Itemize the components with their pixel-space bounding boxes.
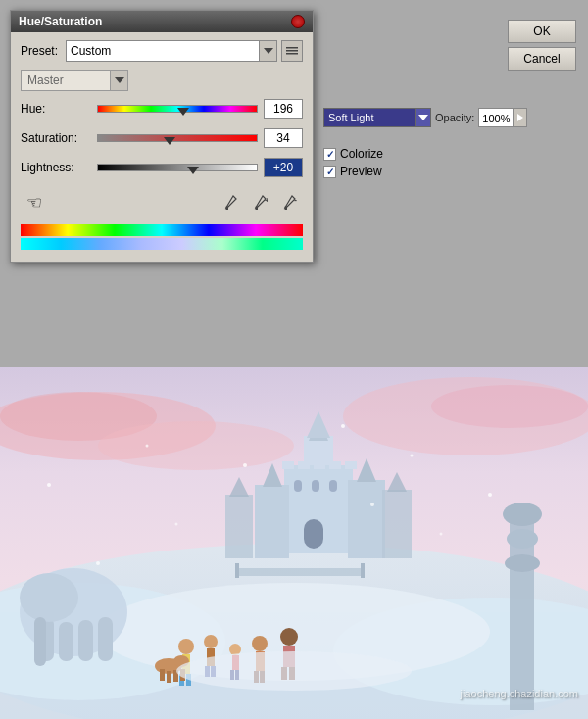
svg-point-63	[252, 636, 268, 651]
lightness-slider-container	[97, 162, 258, 173]
svg-point-77	[176, 651, 412, 691]
adjusted-color-bar	[21, 238, 303, 250]
preset-value: Custom	[67, 40, 259, 62]
svg-rect-23	[314, 461, 325, 469]
dialog-titlebar: Hue/Saturation	[11, 11, 313, 32]
svg-rect-36	[225, 495, 253, 558]
svg-point-88	[440, 533, 443, 536]
hue-track[interactable]	[97, 103, 258, 115]
cancel-button[interactable]: Cancel	[508, 47, 576, 71]
blend-mode-row: Soft Light Opacity: 100%	[323, 108, 527, 127]
action-buttons: OK Cancel	[508, 20, 576, 71]
saturation-label: Saturation:	[21, 131, 97, 145]
arrow-right-icon	[517, 114, 523, 121]
svg-point-13	[431, 385, 588, 428]
hue-thumb[interactable]	[177, 108, 189, 116]
hue-value[interactable]: 196	[264, 99, 303, 119]
preset-options-icon[interactable]	[281, 40, 303, 62]
svg-rect-2	[286, 53, 298, 55]
lightness-thumb[interactable]	[187, 167, 199, 174]
channel-value: Master	[22, 70, 110, 91]
lightness-value[interactable]: +20	[264, 158, 303, 177]
svg-point-83	[243, 463, 247, 467]
svg-rect-32	[294, 480, 302, 492]
svg-point-86	[175, 523, 178, 526]
hue-label: Hue:	[21, 102, 97, 116]
svg-rect-29	[348, 480, 385, 558]
eyedropper-add-icon[interactable]: +	[248, 191, 271, 215]
eyedropper-tools: + -	[219, 191, 301, 215]
svg-point-41	[503, 503, 542, 526]
svg-point-89	[96, 561, 100, 565]
channel-row: Master	[21, 70, 303, 91]
svg-rect-37	[382, 490, 412, 558]
svg-rect-1	[286, 50, 298, 52]
blend-mode-arrow[interactable]	[415, 109, 430, 126]
saturation-slider-container	[97, 132, 258, 144]
chevron-down-icon	[264, 48, 273, 54]
lightness-gradient-track[interactable]	[97, 164, 258, 171]
saturation-value[interactable]: 34	[264, 128, 303, 148]
saturation-thumb[interactable]	[164, 137, 175, 145]
svg-rect-48	[98, 617, 113, 661]
lightness-row: Lightness: +20	[21, 158, 303, 177]
svg-point-42	[507, 529, 538, 549]
lightness-track[interactable]	[97, 162, 258, 173]
svg-rect-25	[345, 461, 357, 469]
svg-rect-73	[160, 669, 165, 681]
svg-point-49	[20, 573, 78, 622]
dialog-body: Preset: Custom Master	[11, 32, 313, 262]
svg-rect-74	[167, 671, 172, 683]
colorize-row: ✓ Colorize	[323, 147, 383, 161]
saturation-gradient-track[interactable]	[97, 134, 258, 142]
channel-dropdown-arrow[interactable]	[110, 71, 127, 90]
svg-text:-: -	[294, 195, 297, 205]
svg-rect-28	[255, 485, 289, 558]
svg-point-84	[411, 455, 414, 457]
color-bars	[21, 224, 303, 250]
preset-label: Preset:	[21, 44, 58, 58]
hue-gradient-track[interactable]	[97, 105, 258, 113]
svg-rect-47	[78, 620, 93, 661]
watermark: jiaocheng.chazidian.com	[461, 688, 578, 699]
blend-mode-select[interactable]: Soft Light	[323, 108, 431, 127]
preview-label: Preview	[340, 165, 382, 178]
opacity-stepper[interactable]	[514, 108, 527, 127]
svg-text:+: +	[265, 196, 268, 205]
canvas-area: jiaocheng.chazidian.com	[0, 367, 588, 719]
svg-point-87	[370, 503, 374, 506]
svg-rect-50	[34, 617, 46, 666]
channel-select[interactable]: Master	[21, 70, 128, 91]
dialog-title: Hue/Saturation	[19, 15, 102, 28]
eyedropper-icon[interactable]	[219, 191, 242, 215]
saturation-track[interactable]	[97, 132, 258, 144]
source-color-bar	[21, 224, 303, 236]
svg-point-11	[98, 421, 294, 470]
svg-rect-24	[329, 461, 341, 469]
colorize-checkbox[interactable]: ✓	[323, 148, 336, 161]
svg-rect-80	[361, 563, 365, 578]
preset-dropdown-arrow[interactable]	[259, 41, 276, 61]
hue-row: Hue: 196	[21, 99, 303, 119]
colorize-label: Colorize	[340, 147, 383, 161]
opacity-label: Opacity:	[435, 112, 474, 123]
opacity-value[interactable]: 100%	[478, 108, 514, 127]
ok-button[interactable]: OK	[508, 20, 576, 43]
hue-slider-container	[97, 103, 258, 115]
svg-point-59	[229, 644, 241, 655]
eyedropper-subtract-icon[interactable]: -	[277, 191, 301, 215]
blend-mode-value: Soft Light	[324, 108, 415, 127]
preset-row: Preset: Custom	[21, 40, 303, 62]
svg-point-90	[341, 424, 345, 428]
preview-check: ✓	[326, 167, 334, 177]
close-button[interactable]	[291, 15, 305, 28]
svg-rect-4	[256, 207, 259, 211]
preview-checkbox[interactable]: ✓	[323, 166, 336, 178]
svg-point-51	[178, 639, 194, 654]
svg-rect-46	[59, 622, 74, 661]
bottom-toolbar: ☜ +	[21, 187, 303, 216]
preset-select-wrapper[interactable]: Custom	[66, 40, 277, 62]
svg-point-85	[488, 493, 492, 497]
hand-tool-icon[interactable]: ☜	[23, 191, 46, 215]
svg-point-82	[146, 445, 149, 448]
